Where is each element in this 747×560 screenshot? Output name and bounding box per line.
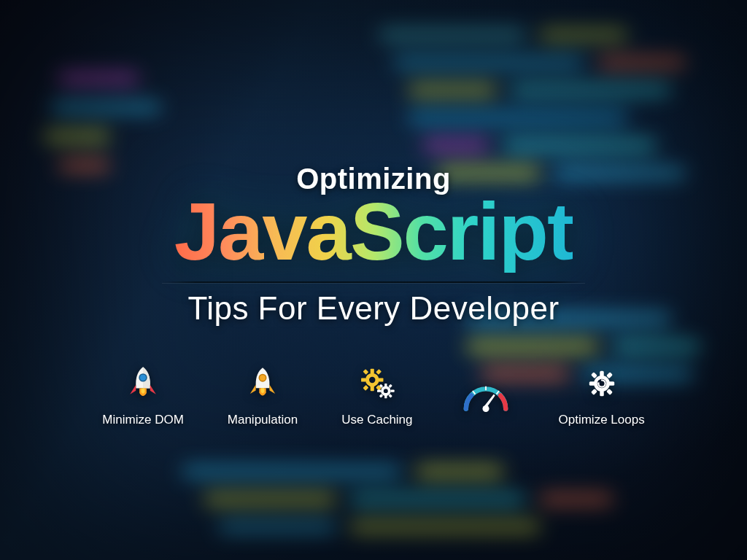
svg-rect-8: [376, 369, 382, 375]
svg-rect-34: [591, 388, 597, 394]
svg-point-11: [369, 376, 375, 382]
svg-rect-9: [363, 385, 368, 391]
tip-label: Optimize Loops: [559, 413, 645, 427]
svg-rect-7: [363, 369, 368, 375]
hero-title: JavaScript: [174, 191, 573, 273]
gauge-icon: [457, 376, 515, 420]
rocket-blue-icon: [121, 362, 165, 405]
svg-rect-13: [384, 384, 387, 387]
tip-gauge: [457, 376, 515, 427]
svg-rect-14: [384, 394, 387, 398]
title-divider: [162, 281, 585, 283]
svg-rect-35: [606, 388, 613, 394]
svg-point-26: [482, 405, 489, 411]
rocket-yellow-icon: [241, 362, 285, 405]
tip-label: Manipulation: [228, 413, 298, 427]
tip-manipulation: Manipulation: [228, 362, 298, 427]
svg-point-21: [384, 389, 388, 393]
svg-rect-4: [371, 386, 374, 391]
svg-rect-28: [600, 370, 603, 376]
svg-rect-29: [600, 390, 603, 396]
svg-rect-3: [371, 368, 374, 373]
gear-loop-icon: [580, 362, 624, 405]
svg-rect-30: [589, 381, 595, 385]
svg-rect-6: [379, 378, 384, 381]
svg-rect-31: [608, 381, 614, 385]
subtitle: Tips For Every Developer: [187, 290, 559, 327]
gears-icon: [355, 362, 399, 405]
svg-rect-16: [390, 389, 394, 392]
svg-rect-32: [591, 372, 597, 378]
svg-rect-5: [361, 378, 366, 381]
hero-content: Optimizing JavaScript Tips For Every Dev…: [0, 0, 747, 560]
tip-optimize-loops: Optimize Loops: [559, 362, 645, 427]
tips-row: Minimize DOM Manipulation: [102, 362, 644, 427]
tip-label: Minimize DOM: [102, 413, 183, 427]
tip-minimize-dom: Minimize DOM: [102, 362, 183, 427]
svg-point-1: [259, 374, 266, 381]
svg-rect-15: [377, 389, 381, 392]
svg-point-0: [139, 374, 147, 381]
svg-rect-33: [606, 372, 613, 378]
tip-use-caching: Use Caching: [341, 362, 412, 427]
tip-label: Use Caching: [341, 413, 412, 427]
